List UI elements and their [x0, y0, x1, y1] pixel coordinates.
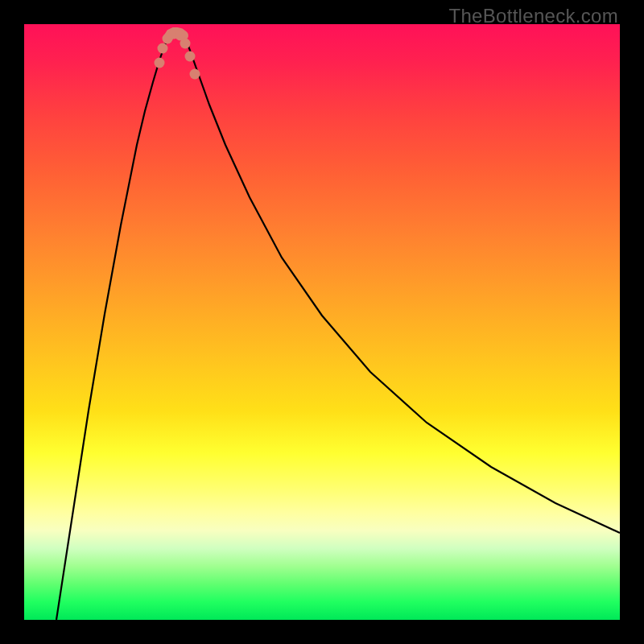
valley-marker — [180, 39, 191, 49]
curve-svg — [24, 24, 620, 620]
curve-left-branch — [56, 34, 171, 620]
valley-marker — [158, 43, 168, 54]
plot-area — [24, 24, 620, 620]
curve-right-branch — [184, 34, 620, 533]
valley-marker — [185, 52, 196, 62]
chart-container: TheBottleneck.com — [0, 0, 644, 644]
valley-marker — [190, 69, 200, 80]
valley-marker — [155, 58, 165, 68]
